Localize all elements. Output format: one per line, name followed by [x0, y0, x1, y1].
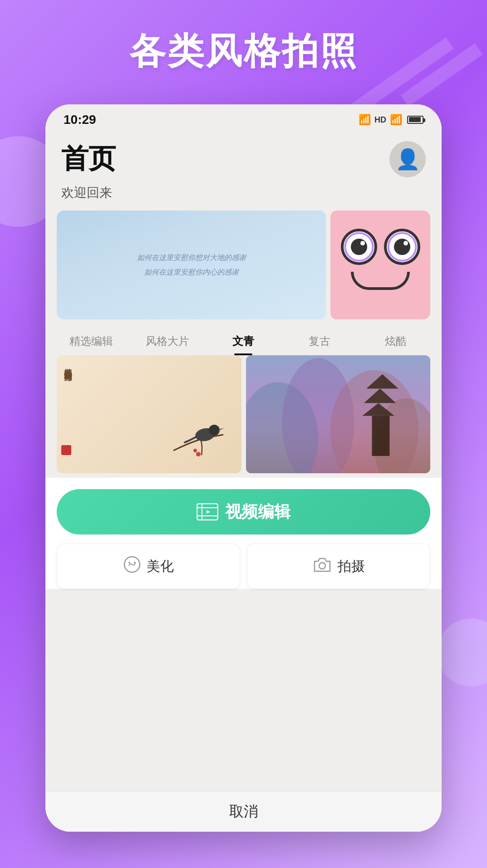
- left-eye: [341, 229, 377, 265]
- video-edit-icon: [197, 503, 218, 520]
- photo-ink-painting[interactable]: 毛笔初书 安新意成始 竹笔如行: [57, 355, 241, 473]
- right-eye: [384, 229, 420, 265]
- beautify-icon: [123, 555, 141, 578]
- ink-red-seal: [61, 445, 71, 455]
- svg-point-19: [128, 562, 130, 564]
- video-edit-button[interactable]: 视频编辑: [57, 489, 430, 535]
- ink-calligraphy-text: 毛笔初书 安新意成始 竹笔如行: [62, 362, 74, 367]
- ink-bird-svg: [169, 405, 228, 460]
- cartoon-face: [335, 220, 426, 310]
- banner-card-left[interactable]: 如何在这里安慰你想对大地的感谢 如何在这里安慰你内心的感谢: [57, 211, 326, 319]
- page-title: 各类风格拍照: [0, 27, 487, 76]
- beautify-label: 美化: [147, 557, 174, 576]
- ink-painting-view: 毛笔初书 安新意成始 竹笔如行: [57, 355, 241, 473]
- left-pupil: [351, 239, 367, 255]
- photo-grid: 毛笔初书 安新意成始 竹笔如行: [57, 355, 430, 473]
- cartoon-smile: [351, 272, 410, 290]
- hd-icon: HD: [374, 115, 386, 125]
- svg-rect-12: [372, 416, 389, 456]
- camera-button[interactable]: 拍摄: [247, 544, 430, 589]
- avatar-button[interactable]: 👤: [389, 141, 426, 177]
- battery-icon: [407, 116, 423, 124]
- right-pupil: [394, 239, 410, 255]
- beautify-button[interactable]: 美化: [57, 544, 240, 589]
- avatar-icon: 👤: [395, 147, 420, 171]
- pagoda-view: [246, 355, 431, 473]
- welcome-text: 欢迎回来: [45, 182, 442, 211]
- video-icon-box: [197, 503, 218, 520]
- cancel-bar: 取消: [45, 791, 442, 832]
- svg-point-20: [134, 562, 136, 564]
- tab-retro[interactable]: 复古: [283, 329, 357, 355]
- banner-row: 如何在这里安慰你想对大地的感谢 如何在这里安慰你内心的感谢: [57, 211, 430, 319]
- video-edit-label: 视频编辑: [225, 501, 290, 523]
- app-header: 首页 👤: [45, 132, 442, 182]
- bg-decoration-2: [437, 618, 487, 687]
- banner-card-right[interactable]: [330, 211, 430, 319]
- eye-container: [335, 229, 426, 265]
- landscape-svg: [246, 355, 431, 473]
- tab-bar: 精选编辑 风格大片 文青 复古 炫酷: [45, 319, 442, 355]
- cancel-button[interactable]: 取消: [229, 802, 258, 822]
- small-buttons-row: 美化 拍摄: [57, 544, 430, 589]
- phone-mockup: 10:29 📶 HD 📶 首页 👤 欢迎回来 如何在这里安慰你想对大地的感谢 如…: [45, 104, 442, 832]
- status-bar: 10:29 📶 HD 📶: [45, 104, 442, 132]
- signal-icon: 📶: [390, 114, 402, 126]
- tab-selected-edit[interactable]: 精选编辑: [54, 329, 128, 355]
- svg-point-1: [209, 425, 220, 436]
- status-time: 10:29: [64, 113, 96, 127]
- tab-cool[interactable]: 炫酷: [359, 329, 433, 355]
- svg-point-2: [196, 452, 201, 456]
- banner-left-text: 如何在这里安慰你想对大地的感谢 如何在这里安慰你内心的感谢: [128, 241, 255, 289]
- svg-point-21: [319, 563, 325, 569]
- photo-pagoda-landscape[interactable]: [246, 355, 431, 473]
- status-icons: 📶 HD 📶: [359, 114, 423, 126]
- svg-marker-17: [207, 510, 210, 514]
- action-section: 视频编辑 美化: [45, 478, 442, 589]
- wifi-icon: 📶: [359, 114, 371, 126]
- app-title: 首页: [61, 141, 116, 177]
- tab-style-film[interactable]: 风格大片: [131, 329, 205, 355]
- camera-icon: [312, 556, 332, 577]
- tab-wenqing[interactable]: 文青: [207, 329, 280, 355]
- svg-point-3: [193, 449, 197, 452]
- right-eye-shine: [403, 241, 408, 245]
- camera-label: 拍摄: [338, 557, 365, 576]
- eye-shine: [360, 241, 365, 245]
